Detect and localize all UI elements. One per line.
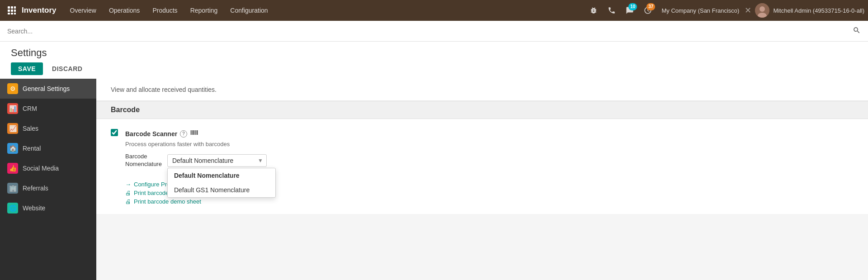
- page-actions: SAVE DISCARD: [11, 62, 857, 75]
- activity-badge: 37: [646, 3, 655, 10]
- option-gs1-nomenclature[interactable]: Default GS1 Nomenclature: [168, 183, 275, 197]
- sidebar-label-crm: CRM: [23, 105, 37, 112]
- help-icon[interactable]: ?: [180, 130, 187, 138]
- svg-rect-5: [14, 9, 16, 12]
- chat-icon-btn[interactable]: 10: [622, 2, 638, 19]
- sidebar: ⚙ General Settings 📊 CRM 📈 Sales 🏠 Renta…: [0, 79, 96, 280]
- barcode-scanner-label: Barcode Scanner: [125, 130, 177, 138]
- option-default-nomenclature[interactable]: Default Nomenclature: [168, 168, 275, 183]
- section-description: View and allocate received quantities.: [96, 79, 868, 101]
- referrals-icon: 🏢: [7, 183, 18, 194]
- sidebar-label-website: Website: [23, 204, 45, 212]
- search-bar: [0, 21, 868, 42]
- svg-rect-0: [8, 6, 10, 9]
- sidebar-item-website[interactable]: 🌐 Website: [0, 198, 96, 218]
- svg-rect-8: [14, 13, 16, 14]
- nav-menu-operations[interactable]: Operations: [103, 0, 146, 21]
- phone-icon-btn[interactable]: [604, 2, 620, 19]
- sidebar-item-referrals[interactable]: 🏢 Referrals: [0, 178, 96, 198]
- nav-menu-overview[interactable]: Overview: [64, 0, 103, 21]
- barcode-scanner-desc: Process operations faster with barcodes: [125, 141, 854, 147]
- sidebar-label-rental: Rental: [23, 145, 41, 152]
- nomenclature-select[interactable]: Default Nomenclature Default GS1 Nomencl…: [167, 154, 267, 167]
- search-input[interactable]: [7, 28, 853, 35]
- grid-icon[interactable]: [4, 2, 20, 19]
- sales-icon: 📈: [7, 123, 18, 134]
- svg-rect-6: [8, 13, 10, 14]
- barcode-grid-icon: [190, 128, 199, 139]
- social-media-icon: 👍: [7, 163, 18, 174]
- avatar: [755, 3, 769, 18]
- barcode-scanner-checkbox[interactable]: [111, 129, 118, 136]
- sidebar-item-general-settings[interactable]: ⚙ General Settings: [0, 79, 96, 99]
- sidebar-label-sales: Sales: [23, 125, 38, 132]
- chat-badge: 10: [628, 3, 637, 10]
- barcode-scanner-setting: Barcode Scanner ? Process operations fas…: [111, 128, 854, 174]
- nomenclature-dropdown-menu: Default Nomenclature Default GS1 Nomencl…: [167, 168, 276, 198]
- app-name: Inventory: [22, 6, 57, 15]
- nav-menu-reporting[interactable]: Reporting: [184, 0, 224, 21]
- sidebar-label-referrals: Referrals: [23, 185, 48, 192]
- nomenclature-label: BarcodeNomenclature: [125, 153, 162, 168]
- svg-rect-3: [8, 9, 10, 12]
- print-barcode-demo-link[interactable]: 🖨 Print barcode demo sheet: [125, 198, 854, 205]
- save-button[interactable]: SAVE: [11, 62, 43, 75]
- gear-icon: ⚙: [7, 83, 18, 94]
- sidebar-label-general: General Settings: [23, 85, 70, 92]
- website-icon: 🌐: [7, 203, 18, 214]
- search-icon[interactable]: [853, 26, 861, 36]
- svg-rect-7: [11, 13, 13, 14]
- nav-menu-configuration[interactable]: Configuration: [224, 0, 274, 21]
- sidebar-item-social-media[interactable]: 👍 Social Media: [0, 158, 96, 178]
- sidebar-item-sales[interactable]: 📈 Sales: [0, 119, 96, 138]
- printer-icon-1: 🖨: [125, 190, 131, 196]
- sidebar-label-social: Social Media: [23, 165, 59, 172]
- crm-icon: 📊: [7, 103, 18, 114]
- svg-rect-2: [14, 6, 16, 9]
- sidebar-item-crm[interactable]: 📊 CRM: [0, 99, 96, 119]
- nav-menu-products[interactable]: Products: [146, 0, 184, 21]
- page-header: Settings SAVE DISCARD: [0, 42, 868, 79]
- svg-rect-4: [11, 9, 13, 12]
- page-title: Settings: [11, 47, 857, 59]
- top-nav: Inventory Overview Operations Products R…: [0, 0, 868, 21]
- user-name: Mitchell Admin (49533715-16-0-all): [773, 7, 864, 14]
- bug-icon-btn[interactable]: [585, 2, 602, 19]
- activity-icon-btn[interactable]: 37: [640, 2, 656, 19]
- rental-icon: 🏠: [7, 143, 18, 154]
- wrench-icon: ✕: [745, 5, 751, 15]
- svg-point-10: [760, 6, 765, 12]
- company-name: My Company (San Francisco): [661, 7, 739, 14]
- svg-rect-1: [11, 6, 13, 9]
- arrow-icon: →: [125, 181, 131, 188]
- sidebar-item-rental[interactable]: 🏠 Rental: [0, 138, 96, 158]
- printer-icon-2: 🖨: [125, 198, 131, 205]
- discard-button[interactable]: DISCARD: [47, 62, 88, 75]
- barcode-section-header: Barcode: [96, 101, 868, 119]
- content-area: View and allocate received quantities. B…: [96, 79, 868, 280]
